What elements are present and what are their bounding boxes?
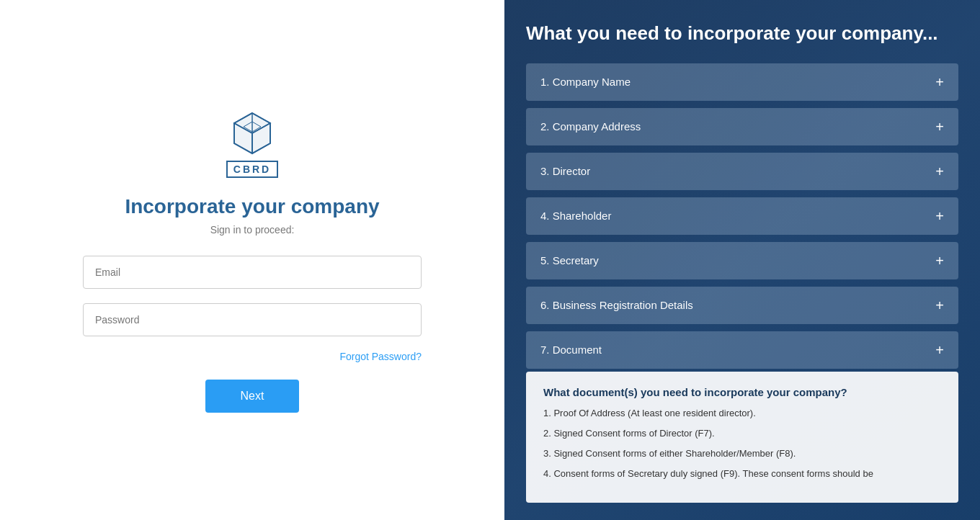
plus-icon-business-registration: + [935, 298, 944, 313]
accordion-item-secretary[interactable]: 5. Secretary + [526, 242, 958, 279]
document-list-item-2: 2. Signed Consent forms of Director (F7)… [543, 427, 941, 440]
accordion-label-shareholder: 4. Shareholder [540, 210, 611, 222]
accordion-label-director: 3. Director [540, 165, 590, 177]
accordion-item-director[interactable]: 3. Director + [526, 153, 958, 190]
logo-container: CBRD [226, 107, 278, 178]
accordion-label-company-address: 2. Company Address [540, 120, 641, 133]
next-button[interactable]: Next [205, 380, 299, 413]
accordion-item-company-address[interactable]: 2. Company Address + [526, 108, 958, 145]
page-title: Incorporate your company [125, 195, 379, 218]
document-list-item-3: 3. Signed Consent forms of either Shareh… [543, 447, 941, 460]
plus-icon-company-name: + [935, 75, 944, 89]
accordion-label-document: 7. Document [540, 344, 602, 356]
accordion-label-company-name: 1. Company Name [540, 76, 631, 88]
email-form-group [83, 256, 422, 289]
logo-text-label: CBRD [226, 161, 278, 178]
right-panel-content: What you need to incorporate your compan… [504, 0, 980, 520]
email-input[interactable] [83, 256, 422, 289]
accordion-item-business-registration[interactable]: 6. Business Registration Details + [526, 287, 958, 324]
forgot-password-link[interactable]: Forgot Password? [339, 351, 422, 362]
document-list: 1. Proof Of Address (At least one reside… [543, 407, 941, 481]
plus-icon-director: + [935, 164, 944, 179]
plus-icon-secretary: + [935, 254, 944, 268]
cbrd-logo-icon [227, 107, 277, 158]
accordion-item-document[interactable]: 7. Document + [526, 331, 958, 369]
accordion-item-shareholder[interactable]: 4. Shareholder + [526, 197, 958, 235]
plus-icon-company-address: + [935, 120, 944, 134]
accordion-item-company-name[interactable]: 1. Company Name + [526, 63, 958, 101]
accordion-label-secretary: 5. Secretary [540, 254, 599, 266]
plus-icon-document: + [935, 343, 944, 357]
left-panel: CBRD Incorporate your company Sign in to… [0, 0, 504, 520]
document-list-item-1: 1. Proof Of Address (At least one reside… [543, 407, 941, 420]
document-list-item-4: 4. Consent forms of Secretary duly signe… [543, 467, 941, 480]
right-heading: What you need to incorporate your compan… [526, 22, 958, 46]
right-panel: What you need to incorporate your compan… [504, 0, 980, 520]
accordion-label-business-registration: 6. Business Registration Details [540, 299, 693, 311]
password-input[interactable] [83, 303, 422, 336]
document-expanded-section: What document(s) you need to incorporate… [526, 372, 958, 503]
plus-icon-shareholder: + [935, 209, 944, 223]
password-form-group [83, 303, 422, 336]
document-section-title: What document(s) you need to incorporate… [543, 386, 941, 398]
sign-in-subtitle: Sign in to proceed: [210, 224, 295, 236]
forgot-password-row: Forgot Password? [83, 351, 422, 362]
